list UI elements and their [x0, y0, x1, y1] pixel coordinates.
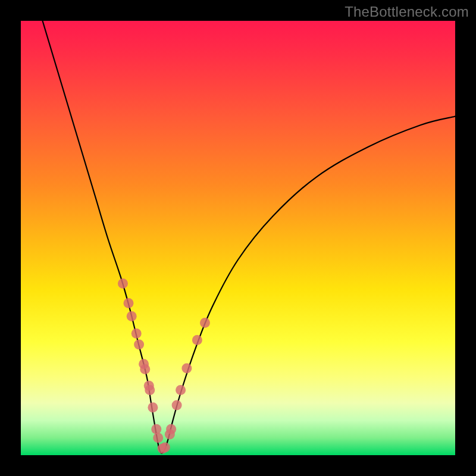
highlight-dot	[124, 298, 134, 308]
highlight-dot	[200, 318, 210, 328]
chart-frame: TheBottleneck.com	[0, 0, 476, 476]
highlight-dot	[131, 328, 142, 339]
highlight-dot	[134, 339, 144, 349]
highlighted-dots-group	[118, 278, 210, 453]
highlight-dot	[153, 433, 163, 443]
plot-area	[21, 21, 455, 455]
highlight-dot	[140, 364, 150, 374]
highlight-dot	[160, 442, 170, 452]
highlight-dot	[166, 424, 176, 434]
watermark-text: TheBottleneck.com	[345, 4, 469, 20]
highlight-dot	[144, 381, 154, 391]
curve-svg	[21, 21, 455, 455]
highlight-dot	[181, 364, 192, 374]
highlight-dot	[118, 278, 128, 289]
highlight-dot	[127, 311, 137, 321]
highlight-dot	[151, 424, 161, 434]
highlight-dot	[172, 400, 182, 411]
highlight-dot	[176, 385, 186, 395]
highlight-dot	[148, 402, 158, 412]
highlight-dot	[192, 335, 202, 345]
bottleneck-curve	[43, 21, 456, 453]
